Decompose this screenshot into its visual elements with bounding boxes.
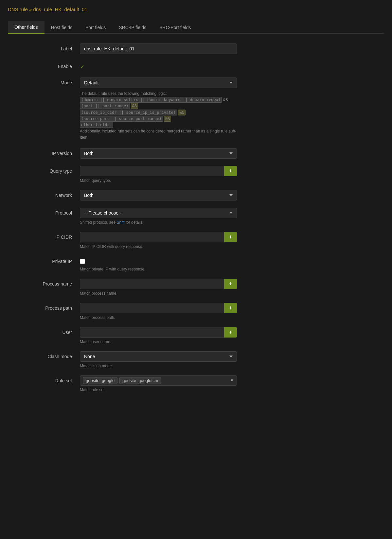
protocol-hint-text: Sniffed protocol, see <box>80 220 117 225</box>
protocol-hint-suffix: for details. <box>124 220 144 225</box>
ip-cidr-hint: Match IP CIDR with query response. <box>80 244 237 249</box>
rule-set-field-control: geosite_google geosite_googlefcm ▼ Match… <box>80 375 237 392</box>
ip-cidr-input[interactable] <box>80 232 224 242</box>
label-input[interactable] <box>80 43 237 54</box>
mode-code-other: other fields. <box>80 122 113 128</box>
enable-row: Enable ✓ <box>14 61 384 70</box>
mode-info: The default rule uses the following matc… <box>80 91 237 141</box>
tab-src-port-fields[interactable]: SRC-Port fields <box>153 21 197 33</box>
tab-port-fields[interactable]: Port fields <box>79 21 112 33</box>
ip-cidr-field-label: IP CIDR <box>14 232 80 240</box>
label-row: Label <box>14 43 384 54</box>
query-type-field-label: Query type <box>14 166 80 174</box>
process-name-add-button[interactable]: + <box>224 279 237 289</box>
user-hint: Match user name. <box>80 339 237 344</box>
mode-select[interactable]: Default <box>80 78 237 88</box>
ip-cidr-input-group: + <box>80 232 237 242</box>
process-name-input[interactable] <box>80 279 224 289</box>
query-type-input-group: + <box>80 166 237 176</box>
ip-cidr-row: IP CIDR + Match IP CIDR with query respo… <box>14 232 384 249</box>
user-input-group: + <box>80 327 237 338</box>
clash-mode-hint: Match clash mode. <box>80 364 237 368</box>
mode-code-and3: && <box>164 116 171 122</box>
ip-version-field-label: IP version <box>14 148 80 156</box>
mode-field-label: Mode <box>14 78 80 85</box>
mode-info-line1: The default rule uses the following matc… <box>80 91 167 96</box>
query-type-row: Query type + Match query type. <box>14 166 384 183</box>
breadcrumb: DNS rule » dns_rule_HK_default_01 <box>8 7 384 12</box>
mode-info-note: Additionally, included rule sets can be … <box>80 129 236 140</box>
process-name-hint: Match process name. <box>80 291 237 296</box>
process-name-input-group: + <box>80 279 237 289</box>
clash-mode-field-control: None Direct Global Rule Match clash mode… <box>80 351 237 368</box>
mode-code-port: (port || port_range) <box>80 103 130 109</box>
rule-set-field-label: Rule set <box>14 375 80 383</box>
ip-version-select[interactable]: Both IPv4 IPv6 <box>80 148 237 159</box>
rule-set-tag-0: geosite_google <box>83 377 117 384</box>
query-type-add-button[interactable]: + <box>224 166 237 176</box>
enable-field-label: Enable <box>14 61 80 69</box>
user-field-control: + Match user name. <box>80 327 237 344</box>
protocol-select[interactable]: -- Please choose -- HTTP TLS QUIC STUN D… <box>80 208 237 218</box>
mode-code-domain: (domain || domain_suffix || domain_keywo… <box>80 97 222 103</box>
ip-cidr-add-button[interactable]: + <box>224 232 237 242</box>
network-field-control: Both TCP UDP <box>80 190 237 200</box>
process-name-field-control: + Match process name. <box>80 279 237 296</box>
network-select[interactable]: Both TCP UDP <box>80 190 237 200</box>
network-field-label: Network <box>14 190 80 198</box>
private-ip-row: Private IP Match private IP with query r… <box>14 256 384 271</box>
process-path-input[interactable] <box>80 303 224 313</box>
rule-set-chevron-icon: ▼ <box>230 378 234 383</box>
tab-host-fields[interactable]: Host fields <box>45 21 79 33</box>
protocol-hint: Sniffed protocol, see Sniff for details. <box>80 220 237 225</box>
private-ip-checkbox-wrap <box>80 256 237 265</box>
mode-field-control: Default The default rule uses the follow… <box>80 78 237 141</box>
process-path-field-label: Process path <box>14 303 80 311</box>
enable-check-icon: ✓ <box>80 61 237 70</box>
protocol-row: Protocol -- Please choose -- HTTP TLS QU… <box>14 208 384 225</box>
process-path-add-button[interactable]: + <box>224 303 237 313</box>
enable-field-control: ✓ <box>80 61 237 70</box>
label-field-label: Label <box>14 43 80 51</box>
mode-row: Mode Default The default rule uses the f… <box>14 78 384 141</box>
tab-other-fields[interactable]: Other fields <box>8 21 45 34</box>
clash-mode-field-label: Clash mode <box>14 351 80 359</box>
query-type-input[interactable] <box>80 166 224 176</box>
tab-src-ip-fields[interactable]: SRC-IP fields <box>112 21 153 33</box>
private-ip-checkbox[interactable] <box>80 259 85 264</box>
process-name-field-label: Process name <box>14 279 80 287</box>
ip-cidr-field-control: + Match IP CIDR with query response. <box>80 232 237 249</box>
protocol-sniff-link[interactable]: Sniff <box>117 220 125 225</box>
mode-code-and1: && <box>131 103 138 109</box>
clash-mode-row: Clash mode None Direct Global Rule Match… <box>14 351 384 368</box>
ip-version-row: IP version Both IPv4 IPv6 <box>14 148 384 159</box>
mode-code-src-ip: (source_ip_cidr || source_ip_is_private) <box>80 110 177 115</box>
rule-set-text-input[interactable] <box>163 378 228 383</box>
user-field-label: User <box>14 327 80 335</box>
query-type-field-control: + Match query type. <box>80 166 237 183</box>
breadcrumb-separator: » <box>28 7 33 12</box>
private-ip-field-label: Private IP <box>14 256 80 264</box>
user-input[interactable] <box>80 327 224 338</box>
rule-set-input-wrap[interactable]: geosite_google geosite_googlefcm ▼ <box>80 375 237 386</box>
ip-version-field-control: Both IPv4 IPv6 <box>80 148 237 159</box>
mode-code-and2: && <box>178 110 185 115</box>
network-row: Network Both TCP UDP <box>14 190 384 200</box>
protocol-field-control: -- Please choose -- HTTP TLS QUIC STUN D… <box>80 208 237 225</box>
label-field-control <box>80 43 237 54</box>
query-type-hint: Match query type. <box>80 178 237 183</box>
process-path-input-group: + <box>80 303 237 313</box>
protocol-field-label: Protocol <box>14 208 80 216</box>
tab-bar: Other fields Host fields Port fields SRC… <box>8 21 384 34</box>
user-row: User + Match user name. <box>14 327 384 344</box>
rule-set-tag-1: geosite_googlefcm <box>119 377 161 384</box>
breadcrumb-current: dns_rule_HK_default_01 <box>33 7 87 12</box>
user-add-button[interactable]: + <box>224 327 237 338</box>
private-ip-field-control: Match private IP with query response. <box>80 256 237 271</box>
mode-code-src-port: (source_port || source_port_range) <box>80 116 163 122</box>
process-name-row: Process name + Match process name. <box>14 279 384 296</box>
rule-set-row: Rule set geosite_google geosite_googlefc… <box>14 375 384 392</box>
rule-set-hint: Match rule set. <box>80 388 237 392</box>
clash-mode-select[interactable]: None Direct Global Rule <box>80 351 237 362</box>
process-path-field-control: + Match process path. <box>80 303 237 320</box>
